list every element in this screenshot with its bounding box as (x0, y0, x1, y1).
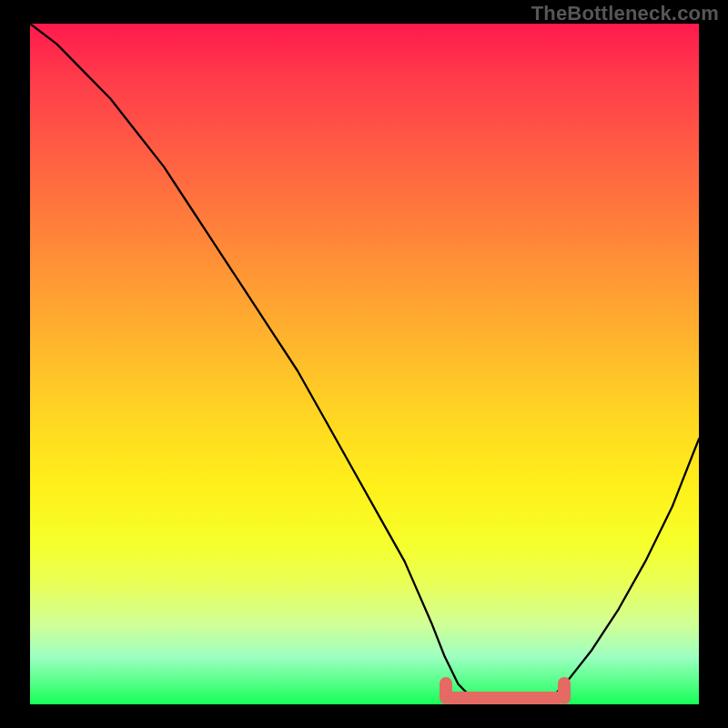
optimal-range-end-right (558, 677, 571, 704)
chart-frame: TheBottleneck.com (0, 0, 728, 728)
chart-plot-area (30, 24, 699, 704)
bottleneck-curve-path (30, 24, 699, 704)
chart-svg (30, 24, 699, 704)
optimal-range-bar (445, 692, 565, 704)
watermark-text: TheBottleneck.com (531, 2, 719, 25)
optimal-range-end-left (440, 677, 452, 704)
